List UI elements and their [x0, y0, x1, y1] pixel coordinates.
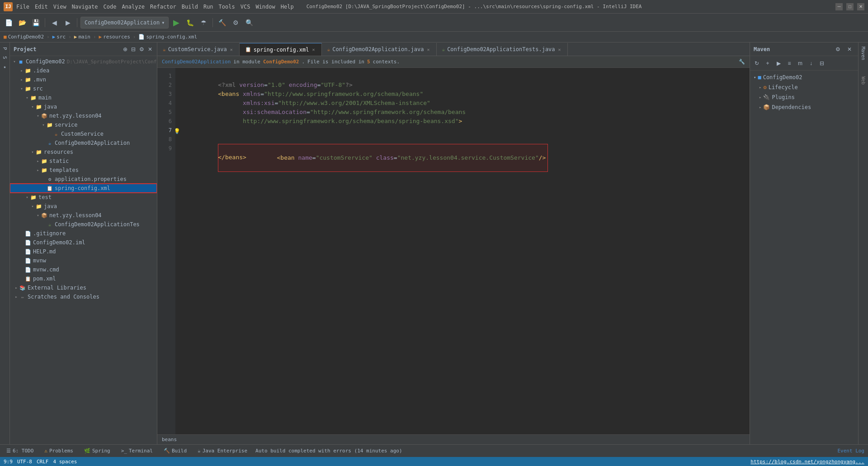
bottom-tab-java-enterprise[interactable]: ☕ Java Enterprise — [195, 447, 250, 455]
toggle-mvn[interactable]: ▸ — [19, 77, 24, 82]
coverage-button[interactable]: ☂ — [198, 17, 209, 29]
maven-toggle-lifecycle[interactable]: ▸ — [759, 85, 761, 90]
tree-item-templates[interactable]: ▸ 📁 templates — [10, 166, 157, 175]
toggle-scratches[interactable]: ▸ — [14, 294, 19, 300]
tab-configtest[interactable]: ☕ ConfigDemo02ApplicationTests.java ✕ — [437, 43, 568, 56]
maven-item-deps[interactable]: ▸ 📦 Dependencies — [750, 102, 858, 112]
tree-item-mvnw[interactable]: 📄 mvnw — [10, 256, 157, 265]
menu-file[interactable]: File — [16, 4, 29, 10]
tree-item-mvn[interactable]: ▸ 📁 .mvn — [10, 75, 157, 84]
menu-help[interactable]: Help — [281, 4, 294, 10]
tab-configapp[interactable]: ☕ ConfigDemo02Application.java ✕ — [322, 43, 437, 56]
tree-item-help[interactable]: 📄 HELP.md — [10, 247, 157, 256]
bottom-tab-problems[interactable]: ⚠ Problems — [42, 447, 76, 455]
maximize-button[interactable]: □ — [846, 3, 854, 10]
toggle-static[interactable]: ▸ — [35, 158, 41, 164]
structure-icon[interactable]: S — [1, 53, 9, 62]
back-button[interactable]: ◀ — [48, 17, 60, 29]
toggle-service[interactable]: ▾ — [41, 122, 46, 128]
toggle-templates[interactable]: ▸ — [35, 167, 41, 173]
toggle-src[interactable]: ▾ — [19, 86, 24, 91]
breadcrumb-item-1[interactable]: ▶ src — [52, 34, 66, 40]
run-config-dropdown[interactable]: ConfigDemo02Application ▾ — [80, 17, 169, 29]
build-project-button[interactable]: 🔨 — [216, 17, 228, 29]
open-file-button[interactable]: 📂 — [16, 17, 28, 29]
maven-side-icon[interactable]: Maven — [859, 44, 868, 62]
maven-close-button[interactable]: ✕ — [844, 44, 854, 54]
tree-item-package[interactable]: ▾ 📦 net.yzy.lesson04 — [10, 111, 157, 120]
menu-view[interactable]: View — [53, 4, 66, 10]
tree-item-iml[interactable]: 📄 ConfigDemo02.iml — [10, 238, 157, 247]
menu-code[interactable]: Code — [104, 4, 117, 10]
close-panel-button[interactable]: ✕ — [147, 45, 153, 53]
sdk-button[interactable]: ⚙ — [230, 17, 241, 29]
tree-item-static[interactable]: ▸ 📁 static — [10, 157, 157, 166]
tree-item-testapp[interactable]: ☕ ConfigDemo02ApplicationTes — [10, 220, 157, 229]
breadcrumb-item-4[interactable]: 📄 spring-config.xml — [138, 34, 197, 40]
run-button[interactable]: ▶ — [170, 17, 182, 29]
toggle-configdemo02[interactable]: ▾ — [12, 59, 17, 64]
breadcrumb-item-2[interactable]: ▶ main — [74, 34, 90, 40]
tab-springconfig[interactable]: 📋 spring-config.xml ✕ — [240, 43, 322, 56]
bottom-tab-terminal[interactable]: >_ Terminal — [118, 447, 156, 455]
breadcrumb-item-3[interactable]: ▶ resources — [99, 34, 130, 40]
bulb-icon-7[interactable]: 💡 — [175, 127, 180, 136]
toggle-resources[interactable]: ▾ — [30, 149, 35, 155]
tab-close-springconfig[interactable]: ✕ — [311, 47, 316, 52]
code-content[interactable]: <?xml version="1.0" encoding="UTF-8"?> <… — [175, 68, 750, 434]
toggle-test[interactable]: ▾ — [24, 195, 30, 200]
tree-item-src[interactable]: ▾ 📁 src — [10, 84, 157, 93]
toggle-testjava[interactable]: ▾ — [30, 204, 35, 209]
favorites-icon[interactable]: ★ — [1, 62, 9, 71]
search-everywhere-button[interactable]: 🔍 — [243, 17, 255, 29]
forward-button[interactable]: ▶ — [62, 17, 74, 29]
debug-button[interactable]: 🐛 — [184, 17, 196, 29]
maven-refresh-button[interactable]: ↻ — [752, 58, 762, 68]
maven-lifecycle-button[interactable]: ≡ — [784, 58, 794, 68]
tab-close-customservice[interactable]: ✕ — [229, 47, 234, 52]
event-log-link[interactable]: Event Log — [837, 448, 864, 454]
tree-item-main[interactable]: ▾ 📁 main — [10, 93, 157, 102]
toggle-main[interactable]: ▾ — [24, 95, 30, 100]
minimize-button[interactable]: ─ — [835, 3, 843, 10]
tree-item-testjava[interactable]: ▾ 📁 java — [10, 202, 157, 211]
maven-item-lifecycle[interactable]: ▸ ⚙ Lifecycle — [750, 82, 858, 92]
menu-edit[interactable]: Edit — [35, 4, 48, 10]
file-info-module-text[interactable]: ConfigDemo02Application — [162, 59, 231, 65]
tree-item-configdemo02[interactable]: ▾ ■ ConfigDemo02 D:\JAVA_SpringBootProje… — [10, 57, 157, 66]
maven-toggle-plugins[interactable]: ▸ — [759, 95, 761, 100]
tree-item-mvnwcmd[interactable]: 📄 mvnw.cmd — [10, 265, 157, 274]
new-file-button[interactable]: 📄 — [3, 17, 14, 29]
panel-settings-button[interactable]: ⚙ — [138, 45, 145, 53]
bottom-tab-spring[interactable]: 🌿 Spring — [81, 447, 113, 455]
toggle-testpackage[interactable]: ▾ — [35, 213, 41, 218]
tab-customservice[interactable]: ☕ CustomService.java ✕ — [157, 43, 240, 56]
menu-tools[interactable]: Tools — [219, 4, 235, 10]
maven-collapse-button[interactable]: ⊟ — [817, 58, 827, 68]
toggle-extlibs[interactable]: ▸ — [14, 285, 19, 290]
status-encoding[interactable]: UTF-8 — [17, 459, 32, 465]
maven-toggle-configdemo02[interactable]: ▾ — [754, 75, 756, 80]
close-button[interactable]: ✕ — [857, 3, 864, 10]
tree-item-test[interactable]: ▾ 📁 test — [10, 193, 157, 202]
toggle-idea[interactable]: ▸ — [19, 68, 24, 73]
tree-item-pom[interactable]: 📋 pom.xml — [10, 274, 157, 283]
tree-item-idea[interactable]: ▸ 📁 .idea — [10, 66, 157, 75]
menu-build[interactable]: Build — [182, 4, 198, 10]
wrench-button[interactable]: 🔧 — [739, 59, 745, 65]
status-spaces[interactable]: 4 spaces — [53, 459, 77, 465]
tree-item-gitignore[interactable]: 📄 .gitignore — [10, 229, 157, 238]
status-crlf[interactable]: CRLF — [37, 459, 49, 465]
tree-item-extlibs[interactable]: ▸ 📚 External Libraries — [10, 283, 157, 292]
maven-item-configdemo02[interactable]: ▾ ■ ConfigDemo02 — [750, 72, 858, 82]
tab-close-configtest[interactable]: ✕ — [557, 47, 562, 52]
menu-analyze[interactable]: Analyze — [122, 4, 145, 10]
save-button[interactable]: 💾 — [30, 17, 42, 29]
menu-navigate[interactable]: Navigate — [72, 4, 98, 10]
bottom-tab-build[interactable]: 🔨 Build — [161, 447, 189, 455]
tree-item-service[interactable]: ▾ 📁 service — [10, 120, 157, 129]
maven-add-button[interactable]: + — [763, 58, 773, 68]
menu-window[interactable]: Window — [255, 4, 275, 10]
tree-item-testpackage[interactable]: ▾ 📦 net.yzy.lesson04 — [10, 211, 157, 220]
tree-item-java[interactable]: ▾ 📁 java — [10, 102, 157, 111]
